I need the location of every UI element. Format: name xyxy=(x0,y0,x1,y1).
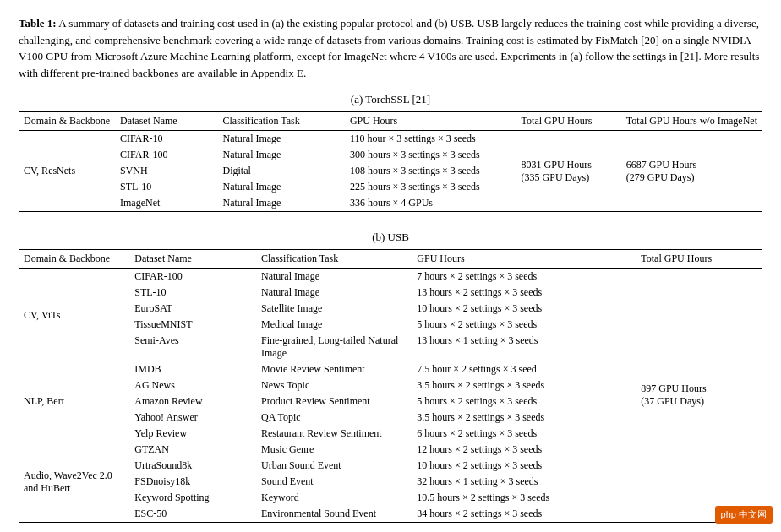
dataset-yahoo: Yahoo! Answer xyxy=(129,410,256,426)
gpu-keyword: 10.5 hours × 2 settings × 3 seeds xyxy=(412,490,636,506)
gpu-svnh: 108 hours × 3 settings × 3 seeds xyxy=(345,163,516,179)
gpu-semiaves: 13 hours × 1 setting × 3 seeds xyxy=(412,333,636,361)
domain-audio: Audio, Wave2Vec 2.0 and HuBert xyxy=(19,442,129,523)
task-fsdnoisy: Sound Event xyxy=(256,474,412,490)
gpu-urbansound: 10 hours × 2 settings × 3 seeds xyxy=(412,458,636,474)
dataset-urbansound: UrtraSound8k xyxy=(129,458,256,474)
dataset-yelp: Yelp Review xyxy=(129,426,256,442)
th-total-a: Total GPU Hours xyxy=(516,112,621,131)
gpu-yahoo: 3.5 hours × 2 settings × 3 seeds xyxy=(412,410,636,426)
task-cifar10: Natural Image xyxy=(217,131,344,148)
dataset-eurosat: EuroSAT xyxy=(129,301,256,317)
dataset-cifar100: CIFAR-100 xyxy=(115,147,218,163)
th-total-b: Total GPU Hours xyxy=(636,250,762,269)
table-caption: Table 1: A summary of datasets and train… xyxy=(19,15,762,81)
gpu-fsdnoisy: 32 hours × 1 setting × 3 seeds xyxy=(412,474,636,490)
dataset-gtzan: GTZAN xyxy=(129,442,256,458)
dataset-imagenet: ImageNet xyxy=(115,195,218,212)
dataset-tissuemnist: TissueMNIST xyxy=(129,317,256,333)
gpu-cifar100-b: 7 hours × 2 settings × 3 seeds xyxy=(412,269,636,285)
table-a: Domain & Backbone Dataset Name Classific… xyxy=(19,111,762,212)
gpu-eurosat: 10 hours × 2 settings × 3 seeds xyxy=(412,301,636,317)
th-gpu-a: GPU Hours xyxy=(345,112,516,131)
th-task-a: Classification Task xyxy=(217,112,344,131)
task-svnh: Digital xyxy=(217,163,344,179)
domain-cv-resnets: CV, ResNets xyxy=(19,131,115,212)
gpu-yelp: 6 hours × 2 settings × 3 seeds xyxy=(412,426,636,442)
caption-text: A summary of datasets and training cost … xyxy=(19,17,759,79)
gpu-tissuemnist: 5 hours × 2 settings × 3 seeds xyxy=(412,317,636,333)
th-gpu-b: GPU Hours xyxy=(412,250,636,269)
gpu-imagenet: 336 hours × 4 GPUs xyxy=(345,195,516,212)
th-domain-b: Domain & Backbone xyxy=(19,250,129,269)
gpu-cifar10: 110 hour × 3 settings × 3 seeds xyxy=(345,131,516,148)
dataset-cifar10: CIFAR-10 xyxy=(115,131,218,148)
task-agnews: News Topic xyxy=(256,377,412,394)
dataset-amazon: Amazon Review xyxy=(129,394,256,410)
task-yelp: Restaurant Review Sentiment xyxy=(256,426,412,442)
dataset-esc50: ESC-50 xyxy=(129,506,256,523)
task-tissuemnist: Medical Image xyxy=(256,317,412,333)
total-usb: 897 GPU Hours(37 GPU Days) xyxy=(636,269,762,523)
task-esc50: Environmental Sound Event xyxy=(256,506,412,523)
dataset-stl10: STL-10 xyxy=(115,179,218,195)
domain-nlp-bert: NLP, Bert xyxy=(19,361,129,442)
dataset-keyword: Keyword Spotting xyxy=(129,490,256,506)
task-imdb: Movie Review Sentiment xyxy=(256,361,412,377)
total-wo-cv-resnets: 6687 GPU Hours(279 GPU Days) xyxy=(621,131,762,212)
gpu-stl10-b: 13 hours × 2 settings × 3 seeds xyxy=(412,285,636,301)
task-cifar100: Natural Image xyxy=(217,147,344,163)
dataset-cifar100-b: CIFAR-100 xyxy=(129,269,256,285)
caption-label: Table 1: xyxy=(19,17,57,30)
domain-cv-vits: CV, ViTs xyxy=(19,269,129,362)
section-b-title: (b) USB xyxy=(19,231,762,244)
task-keyword: Keyword xyxy=(256,490,412,506)
task-urbansound: Urban Sound Event xyxy=(256,458,412,474)
total-cv-resnets: 8031 GPU Hours(335 GPU Days) xyxy=(516,131,621,212)
th-task-b: Classification Task xyxy=(256,250,412,269)
watermark: php 中文网 xyxy=(715,506,773,524)
task-cifar100-b: Natural Image xyxy=(256,269,412,285)
th-dataset-a: Dataset Name xyxy=(115,112,218,131)
th-dataset-b: Dataset Name xyxy=(129,250,256,269)
table-b: Domain & Backbone Dataset Name Classific… xyxy=(19,249,762,523)
dataset-svnh: SVNH xyxy=(115,163,218,179)
gpu-agnews: 3.5 hours × 2 settings × 3 seeds xyxy=(412,377,636,394)
th-domain-a: Domain & Backbone xyxy=(19,112,115,131)
gpu-stl10: 225 hours × 3 settings × 3 seeds xyxy=(345,179,516,195)
task-yahoo: QA Topic xyxy=(256,410,412,426)
task-stl10: Natural Image xyxy=(217,179,344,195)
table-row: CV, ViTs CIFAR-100 Natural Image 7 hours… xyxy=(19,269,762,285)
dataset-semiaves: Semi-Aves xyxy=(129,333,256,361)
task-amazon: Product Review Sentiment xyxy=(256,394,412,410)
task-eurosat: Satellite Image xyxy=(256,301,412,317)
gpu-cifar100: 300 hours × 3 settings × 3 seeds xyxy=(345,147,516,163)
task-imagenet: Natural Image xyxy=(217,195,344,212)
task-semiaves: Fine-grained, Long-tailed Natural Image xyxy=(256,333,412,361)
dataset-imdb: IMDB xyxy=(129,361,256,377)
task-stl10-b: Natural Image xyxy=(256,285,412,301)
table-row: CV, ResNets CIFAR-10 Natural Image 110 h… xyxy=(19,131,762,148)
dataset-agnews: AG News xyxy=(129,377,256,394)
gpu-gtzan: 12 hours × 2 settings × 3 seeds xyxy=(412,442,636,458)
dataset-fsdnoisy: FSDnoisy18k xyxy=(129,474,256,490)
th-total-wo-a: Total GPU Hours w/o ImageNet xyxy=(621,112,762,131)
task-gtzan: Music Genre xyxy=(256,442,412,458)
gpu-amazon: 5 hours × 2 settings × 3 seeds xyxy=(412,394,636,410)
section-a-title: (a) TorchSSL [21] xyxy=(19,93,762,106)
dataset-stl10-b: STL-10 xyxy=(129,285,256,301)
gpu-esc50: 34 hours × 2 settings × 3 seeds xyxy=(412,506,636,523)
gpu-imdb: 7.5 hour × 2 settings × 3 seed xyxy=(412,361,636,377)
